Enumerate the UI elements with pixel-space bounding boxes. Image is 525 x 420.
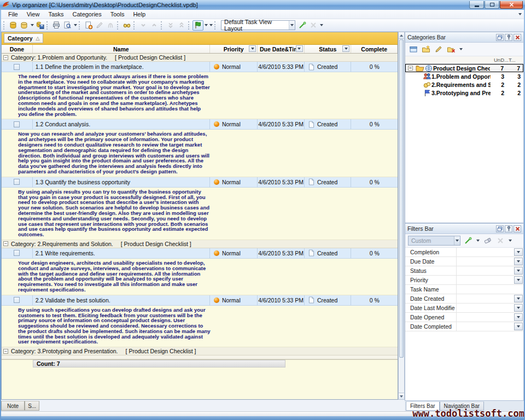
category-tree-item[interactable]: 1.Problem and Opportunity.33	[405, 72, 523, 80]
undone-column-header[interactable]: UnD...	[494, 57, 509, 63]
filter-dropdown-button[interactable]	[514, 248, 523, 256]
collapse-icon[interactable]: −	[408, 66, 413, 71]
toolbar-overflow-icon[interactable]	[319, 20, 324, 31]
toolbar-overflow-icon[interactable]	[508, 236, 512, 246]
grid-scrollbar[interactable]	[398, 32, 405, 400]
clear-filter-button[interactable]	[482, 236, 493, 246]
combo-dropdown-icon[interactable]	[289, 21, 295, 30]
panel-restore-button[interactable]	[496, 225, 504, 232]
task-name-cell[interactable]: 1.2 Conduct analysis.	[33, 119, 210, 129]
task-row[interactable]: 1.2 Conduct analysis.Normal4/6/2010 5:33…	[2, 119, 398, 130]
toolbar-overflow-icon[interactable]	[73, 20, 78, 31]
menu-item-tasks[interactable]: Tasks	[44, 10, 68, 19]
complete-value: 0 %	[370, 297, 380, 304]
add-category-button[interactable]	[421, 44, 431, 55]
new-database-button[interactable]	[8, 20, 19, 31]
task-row[interactable]: 2.1 Write requirements.Normal4/6/2010 5:…	[2, 248, 398, 259]
task-name-cell[interactable]: 2.2 Validate the best solution.	[33, 295, 210, 305]
open-database-dropdown-icon[interactable]	[30, 20, 34, 31]
task-checkbox[interactable]	[14, 250, 20, 256]
panel-pin-button[interactable]	[505, 34, 512, 41]
filter-dropdown-button[interactable]	[514, 304, 523, 312]
toolbar-overflow-icon[interactable]	[518, 13, 522, 15]
collapse-icon[interactable]: −	[3, 241, 8, 246]
toolbar-overflow-icon[interactable]	[208, 20, 213, 31]
task-checkbox[interactable]	[14, 64, 20, 70]
filter-dropdown-button[interactable]	[514, 313, 523, 321]
move-top-button	[176, 20, 187, 31]
total-column-header[interactable]: T...	[509, 57, 523, 63]
category-tree-item[interactable]: −Product Design Checklist77	[405, 64, 523, 72]
task-name-cell[interactable]: 1.1 Define the problem in the marketplac…	[33, 62, 210, 72]
category-sort-button[interactable]: Category △	[4, 33, 43, 43]
column-header-priority[interactable]: Priority	[210, 45, 258, 53]
scroll-down-button[interactable]	[399, 393, 404, 399]
collapse-icon[interactable]: −	[3, 349, 8, 354]
category-tree-item[interactable]: 3.Prototyping and Presentat22	[405, 89, 523, 97]
column-header-due-date-time[interactable]: Due Date&Time	[258, 45, 305, 53]
apply-layout-button[interactable]	[463, 236, 473, 246]
tab-note[interactable]: Note	[1, 401, 25, 411]
print-button[interactable]	[51, 20, 62, 31]
menu-item-help[interactable]: Help	[129, 10, 150, 19]
open-database-button[interactable]	[19, 20, 30, 31]
column-filter-button[interactable]	[342, 45, 349, 52]
task-checkbox[interactable]	[14, 297, 20, 303]
save-database-button[interactable]	[34, 20, 45, 31]
panel-close-button[interactable]	[514, 225, 521, 232]
scrollbar-thumb[interactable]	[399, 39, 404, 358]
toolbar-overflow-icon[interactable]	[458, 44, 463, 55]
combo-dropdown-icon[interactable]	[454, 236, 460, 245]
new-task-button[interactable]	[83, 20, 94, 31]
apply-layout-dropdown-icon[interactable]	[475, 236, 480, 246]
column-header-done[interactable]: Done	[2, 45, 33, 53]
category-tree-item[interactable]: 2.Requirements and Solutior22	[405, 80, 523, 89]
filter-dropdown-button[interactable]	[514, 258, 523, 265]
minimize-button[interactable]	[469, 1, 484, 9]
menu-item-tools[interactable]: Tools	[106, 10, 129, 19]
category-group-row[interactable]: −Category: 1.Problem and Opportunity.[ P…	[2, 54, 398, 62]
edit-category-button[interactable]	[433, 44, 444, 55]
scroll-up-button[interactable]	[399, 32, 404, 39]
task-row[interactable]: 1.1 Define the problem in the marketplac…	[2, 62, 398, 72]
flag-filter-dropdown-icon[interactable]	[203, 20, 208, 31]
add-group-button[interactable]	[408, 44, 418, 55]
categories-columns-header[interactable]: UnD... T...	[405, 56, 523, 64]
column-header-name[interactable]: Name	[33, 45, 210, 53]
column-header-complete[interactable]: Complete	[351, 45, 398, 53]
panel-pin-button[interactable]	[505, 225, 512, 232]
apply-layout-button[interactable]	[297, 20, 308, 31]
category-group-row[interactable]: −Category: 3.Prototyping and Presentatio…	[2, 347, 398, 355]
filter-preset-combo[interactable]: Custom	[408, 236, 460, 246]
maximize-button[interactable]	[485, 1, 499, 9]
task-row[interactable]: 1.3 Quantify the business opportunityNor…	[2, 177, 398, 188]
task-checkbox[interactable]	[14, 121, 20, 127]
filter-dropdown-button[interactable]	[514, 295, 523, 302]
view-tasks-button[interactable]	[121, 20, 132, 31]
task-row[interactable]: 2.2 Validate the best solution.Normal4/6…	[2, 295, 398, 306]
panel-close-button[interactable]	[514, 34, 521, 41]
filter-dropdown-button[interactable]	[514, 267, 523, 275]
task-view-layout-combo[interactable]: Default Task View Layout	[221, 20, 295, 30]
menu-item-file[interactable]: File	[4, 10, 22, 19]
column-header-status[interactable]: Status	[305, 45, 352, 53]
scroll-down-icon	[400, 395, 403, 398]
task-checkbox[interactable]	[14, 179, 20, 185]
menu-item-view[interactable]: View	[22, 10, 44, 19]
task-description: By using such specifications you can dev…	[18, 307, 211, 345]
category-group-row[interactable]: −Category: 2.Requirements and Solution.[…	[2, 240, 398, 248]
column-filter-button[interactable]	[249, 45, 256, 52]
task-name-cell[interactable]: 2.1 Write requirements.	[33, 248, 210, 258]
print-preview-button[interactable]	[62, 20, 73, 31]
flag-filter-button[interactable]	[192, 20, 203, 31]
filter-dropdown-button[interactable]	[514, 276, 523, 284]
task-name-cell[interactable]: 1.3 Quantify the business opportunity	[33, 177, 210, 187]
panel-restore-button[interactable]	[496, 34, 504, 41]
column-filter-button[interactable]	[296, 45, 303, 52]
menu-item-categories[interactable]: Categories	[68, 10, 106, 19]
close-button[interactable]	[500, 1, 523, 9]
delete-category-button[interactable]	[446, 44, 456, 55]
filter-dropdown-button[interactable]	[514, 323, 523, 330]
collapse-icon[interactable]: −	[3, 55, 8, 60]
tab-s[interactable]: S...	[25, 401, 39, 411]
